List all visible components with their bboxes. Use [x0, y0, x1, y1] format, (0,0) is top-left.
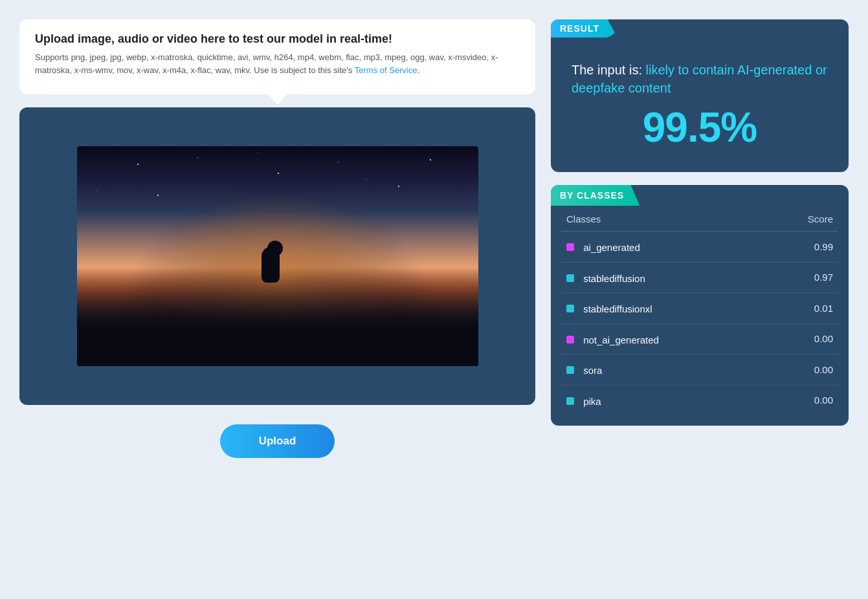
class-name-cell: sora [561, 354, 767, 386]
table-row: ai_generated 0.99 [561, 232, 838, 263]
left-panel: Upload image, audio or video here to tes… [19, 19, 535, 458]
table-row: sora 0.00 [561, 354, 838, 386]
class-name: ai_generated [583, 242, 640, 253]
class-name-cell: pika [561, 385, 767, 415]
terms-of-service-link[interactable]: Terms of Service [355, 65, 417, 75]
class-name: stablediffusionxl [583, 303, 652, 314]
result-percentage: 99.5% [572, 103, 828, 151]
table-row: stablediffusionxl 0.01 [561, 293, 838, 324]
result-description: The input is: likely to contain AI-gener… [572, 61, 828, 97]
result-card: RESULT The input is: likely to contain A… [551, 19, 849, 172]
upload-info-box: Upload image, audio or video here to tes… [19, 19, 535, 94]
by-classes-badge: BY CLASSES [551, 185, 640, 206]
table-row: stablediffusion 0.97 [561, 262, 838, 293]
class-name: pika [583, 395, 601, 406]
class-color-indicator [566, 336, 574, 343]
preview-image [77, 146, 478, 366]
classes-table-container[interactable]: Classes Score ai_generated 0.99 stabledi… [551, 206, 849, 426]
class-color-indicator [566, 305, 574, 312]
classes-table: Classes Score ai_generated 0.99 stabledi… [561, 206, 838, 415]
upload-button[interactable]: Upload [220, 424, 335, 458]
class-name-cell: not_ai_generated [561, 323, 767, 354]
right-panel: RESULT The input is: likely to contain A… [551, 19, 849, 426]
class-name-cell: ai_generated [561, 232, 767, 263]
table-row: pika 0.00 [561, 385, 838, 415]
class-score-cell: 0.00 [767, 354, 838, 386]
class-color-indicator [566, 397, 574, 405]
class-score-cell: 0.01 [767, 293, 838, 324]
image-preview-area [19, 107, 535, 405]
result-badge: RESULT [551, 19, 618, 38]
class-name: stablediffusion [583, 272, 645, 283]
class-color-indicator [566, 366, 574, 374]
class-name: sora [583, 365, 602, 376]
col-header-score: Score [767, 206, 838, 232]
class-color-indicator [566, 274, 574, 282]
upload-title: Upload image, audio or video here to tes… [35, 32, 520, 46]
class-name-cell: stablediffusionxl [561, 293, 767, 324]
result-badge-text: RESULT [560, 23, 606, 34]
col-header-classes: Classes [561, 206, 767, 232]
class-score-cell: 0.00 [767, 385, 838, 415]
result-description-prefix: The input is: [572, 63, 646, 77]
class-name: not_ai_generated [583, 334, 659, 345]
class-score-cell: 0.00 [767, 323, 838, 354]
table-row: not_ai_generated 0.00 [561, 323, 838, 354]
class-name-cell: stablediffusion [561, 262, 767, 293]
upload-button-row: Upload [19, 424, 535, 458]
upload-description: Supports png, jpeg, jpg, webp, x-matrosk… [35, 51, 520, 76]
by-classes-card: BY CLASSES Classes Score ai_generated 0.… [551, 185, 849, 426]
class-color-indicator [566, 243, 574, 251]
upload-desc-text: Supports png, jpeg, jpg, webp, x-matrosk… [35, 52, 498, 75]
class-score-cell: 0.97 [767, 262, 838, 293]
class-score-cell: 0.99 [767, 232, 838, 263]
